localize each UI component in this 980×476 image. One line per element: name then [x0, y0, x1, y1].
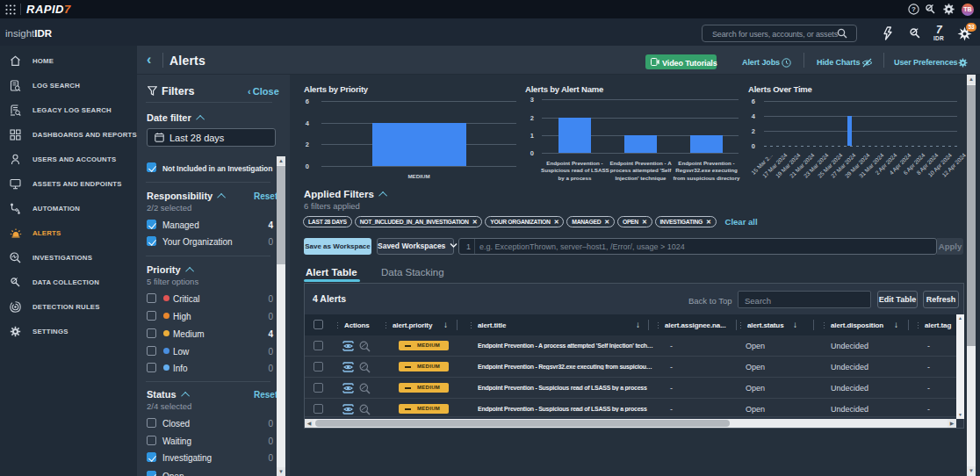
- svg-text:?: ?: [912, 5, 916, 13]
